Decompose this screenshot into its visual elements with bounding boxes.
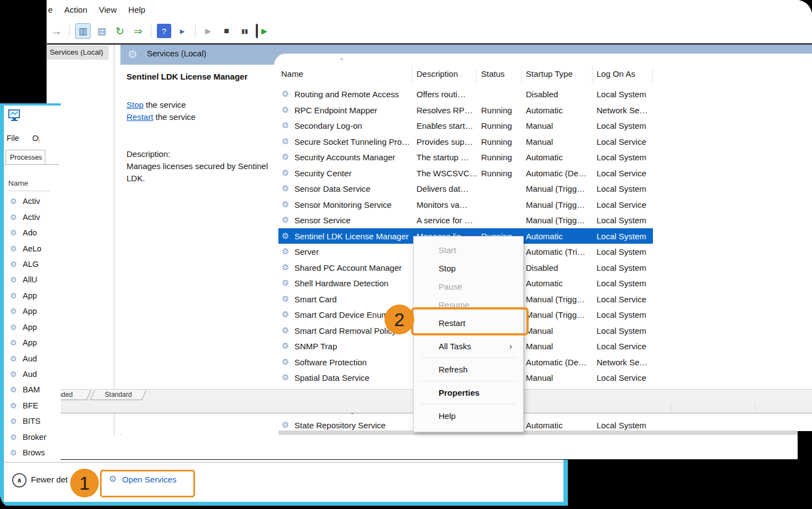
service-gear-icon: ⚙ <box>282 326 289 335</box>
list-item[interactable]: ⚙ Ado <box>4 225 65 240</box>
show-console-tree-icon[interactable]: ▥ <box>75 23 91 39</box>
RPC Endpoint Mapper[interactable]: ⚙ RPC Endpoint Mapper Resolves RP… Runni… <box>278 102 653 118</box>
service-gear-icon: ⚙ <box>10 307 17 316</box>
column-header-status[interactable]: Status <box>481 69 505 78</box>
column-divider <box>521 66 522 83</box>
context-menu-item[interactable]: Stop <box>414 259 523 277</box>
list-item[interactable]: ⚙ Activ <box>4 193 65 209</box>
tm-tab-processes[interactable]: Processes <box>6 150 45 165</box>
restart-service-suffix: the service <box>153 112 196 122</box>
forward-arrow-icon[interactable]: → <box>49 24 64 38</box>
context-menu-item[interactable]: Pause <box>414 277 523 296</box>
menu-help[interactable]: Help <box>128 5 145 14</box>
toolbar-separator <box>195 24 196 38</box>
show-taskpad-icon[interactable]: ▸ <box>175 24 189 38</box>
fewer-details-chevron-icon[interactable]: ∧ <box>12 473 27 487</box>
fewer-details-label[interactable]: Fewer det <box>31 475 68 484</box>
list-item[interactable]: ⚙ BFE <box>4 398 65 413</box>
column-divider <box>592 66 593 83</box>
properties-window-icon[interactable]: ▤ <box>94 24 109 38</box>
Routing and Remote Access[interactable]: ⚙ Routing and Remote Access Offers routi… <box>278 86 653 102</box>
context-menu-item[interactable]: Refresh <box>414 360 523 379</box>
tm-menu-file[interactable]: File <box>7 134 19 143</box>
service-gear-icon: ⚙ <box>10 197 17 206</box>
context-menu-item[interactable]: All Tasks › <box>414 337 523 355</box>
description-label: Description: <box>126 149 170 159</box>
tm-process-list: ⚙ Activ ⚙ Activ ⚙ Ado ⚙ AeLo ⚙ ALG ⚙ All… <box>4 193 65 460</box>
mmc-menu-bar: eActionViewHelp <box>47 0 812 19</box>
Secondary Log-on[interactable]: ⚙ Secondary Log-on Enables start… Runnin… <box>278 118 653 134</box>
content-panel-curve <box>274 54 812 65</box>
step-2-badge: 2 <box>384 305 414 334</box>
list-item[interactable]: ⚙ App <box>4 335 65 350</box>
tm-menu-options-cut[interactable]: Options <box>33 134 39 143</box>
service-gear-icon: ⚙ <box>10 385 17 394</box>
toolbar-separator <box>69 24 70 38</box>
export-list-icon[interactable]: ⇒ <box>131 24 145 38</box>
context-menu-item[interactable]: Start <box>414 241 523 259</box>
column-divider <box>412 66 412 83</box>
pause-service-icon[interactable]: ▮▮ <box>238 24 252 38</box>
service-gear-icon: ⚙ <box>282 89 289 99</box>
horizontal-scrollbar[interactable] <box>278 431 798 435</box>
menu-view[interactable]: View <box>99 5 117 14</box>
restart-service-icon[interactable]: ▶ <box>256 24 270 38</box>
stop-service-link[interactable]: Stop <box>126 100 144 109</box>
service-gear-icon: ⚙ <box>282 309 289 319</box>
column-header-startup-type[interactable]: Startup Type <box>526 69 573 78</box>
help-icon[interactable]: ? <box>157 24 171 38</box>
Sensor Monitoring Service[interactable]: ⚙ Sensor Monitoring Service Monitors va…… <box>278 197 653 213</box>
service-gear-icon: ⚙ <box>282 341 289 351</box>
list-item[interactable]: ⚙ AllU <box>4 272 65 287</box>
stop-service-suffix: the service <box>144 100 186 109</box>
tm-column-header-name[interactable]: Name <box>8 176 50 191</box>
service-gear-icon: ⚙ <box>282 168 289 178</box>
tm-tab-baseline <box>4 164 59 165</box>
column-header-name[interactable]: Name <box>281 69 303 78</box>
context-menu-separator <box>420 381 516 381</box>
list-item[interactable]: ⚙ BAM <box>4 382 65 397</box>
column-header-description[interactable]: Description <box>416 69 458 78</box>
mmc-toolbar: →▥▤↻⇒?▸▶■▮▮▶ <box>47 19 812 43</box>
stop-service-icon[interactable]: ■ <box>219 24 234 38</box>
Secure Socket Tunneling Pro…[interactable]: ⚙ Secure Socket Tunneling Pro… Provides … <box>278 134 653 150</box>
service-gear-icon: ⚙ <box>282 105 289 115</box>
list-item[interactable]: ⚙ App <box>4 303 65 319</box>
service-gear-icon: ⚙ <box>282 420 289 430</box>
restart-service-link[interactable]: Restart <box>126 112 153 122</box>
context-menu-item[interactable]: Help <box>414 407 523 425</box>
list-item[interactable]: ⚙ Aud <box>4 366 65 382</box>
Security Accounts Manager[interactable]: ⚙ Security Accounts Manager The startup … <box>278 149 653 165</box>
list-item[interactable]: ⚙ App <box>4 319 65 335</box>
list-item[interactable]: ⚙ Aud <box>4 350 65 366</box>
list-item[interactable]: ⚙ Broker <box>4 429 65 445</box>
sort-indicator: ^ <box>340 57 343 64</box>
list-item[interactable]: ⚙ AeLo <box>4 240 65 256</box>
Security Center[interactable]: ⚙ Security Center The WSCSVC… Running Au… <box>278 165 653 181</box>
tm-menu-bar: FileOptions <box>7 131 39 145</box>
service-gear-icon: ⚙ <box>10 213 17 222</box>
start-service-icon[interactable]: ▶ <box>201 24 215 38</box>
menu-action[interactable]: Action <box>64 5 87 14</box>
context-menu-item[interactable]: Properties <box>414 384 523 402</box>
service-gear-icon: ⚙ <box>282 372 289 382</box>
column-header-logon-as[interactable]: Log On As <box>597 69 635 78</box>
Sensor Service[interactable]: ⚙ Sensor Service A service for … Manual … <box>278 212 653 228</box>
list-item[interactable]: ⚙ ALG <box>4 256 65 272</box>
service-gear-icon: ⚙ <box>282 294 289 304</box>
service-gear-icon: ⚙ <box>10 417 17 426</box>
tree-item-services-local[interactable]: Services (Local) <box>47 45 109 60</box>
list-item[interactable]: ⚙ Brows <box>4 445 65 460</box>
context-menu-separator <box>420 404 516 405</box>
list-item[interactable]: ⚙ BITS <box>4 413 65 429</box>
submenu-arrow-icon: › <box>509 337 512 355</box>
Sensor Data Service[interactable]: ⚙ Sensor Data Service Delivers dat… Manu… <box>278 181 653 197</box>
list-item[interactable]: ⚙ Activ <box>4 209 65 224</box>
refresh-icon[interactable]: ↻ <box>113 24 127 38</box>
service-gear-icon: ⚙ <box>282 183 289 193</box>
menu-file-cut[interactable]: e <box>48 5 52 14</box>
service-gear-icon: ⚙ <box>282 120 289 130</box>
service-gear-icon: ⚙ <box>10 291 17 300</box>
list-item[interactable]: ⚙ App <box>4 288 65 303</box>
tab-standard[interactable]: Standard <box>90 390 146 400</box>
